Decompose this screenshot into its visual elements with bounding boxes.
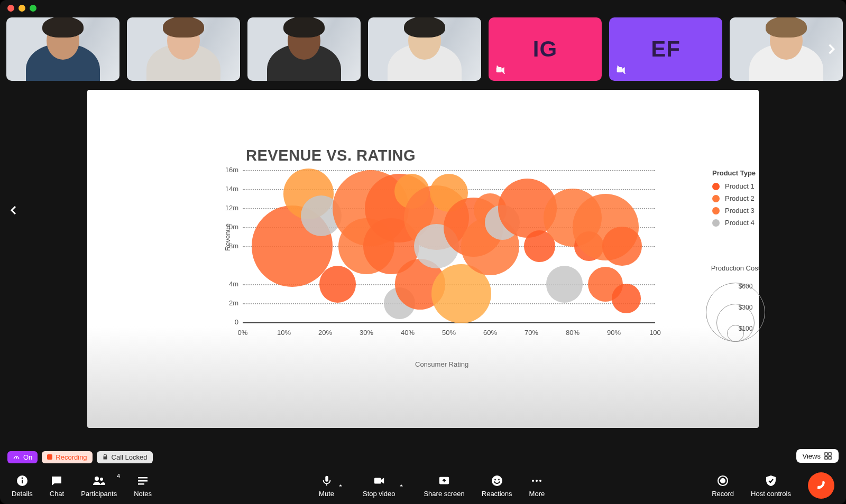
share-screen-button[interactable]: Share screen [424,474,464,498]
views-label: Views [803,452,821,460]
chart-bubble [602,227,642,266]
x-tick: 70% [519,329,544,337]
y-tick: 14m [207,185,238,193]
x-tick: 10% [272,329,296,337]
share-icon [437,474,451,488]
info-icon [15,474,29,488]
chart-legend: Product Type Product 1Product 2Product 3… [712,169,756,231]
participant-tile[interactable]: IG [489,17,602,81]
participants-button[interactable]: 4 Participants [81,474,117,498]
participant-strip: IG EF [0,16,846,82]
scroll-participants-right[interactable] [820,38,843,61]
svg-rect-5 [829,453,831,455]
notes-button[interactable]: Notes [134,474,152,498]
chart-bubble [319,266,356,302]
svg-point-11 [95,477,99,481]
participant-tile[interactable]: EF [609,17,722,81]
mute-button[interactable]: Mute [319,474,334,498]
chart-bubble [612,284,641,313]
svg-point-20 [494,479,496,480]
shared-content-area: REVENUE VS. RATING Revenue Consumer Rati… [0,82,846,447]
titlebar [0,0,846,16]
bubble-chart: 02m4m8m10m12m14m16m0%10%20%30%40%50%60%7… [243,170,676,339]
svg-point-23 [536,480,538,482]
x-tick: 30% [354,329,379,337]
toolbar-center: Mute Stop video Share screen [319,474,545,498]
legend-title: Product Type [712,169,756,177]
y-tick: 10m [207,223,238,231]
close-window-button[interactable] [7,5,14,12]
call-locked-pill[interactable]: Call Locked [97,451,153,463]
size-legend-label: $300 [714,304,777,311]
ai-status-label: On [23,453,32,461]
video-thumbnail [127,17,240,81]
svg-rect-13 [138,477,148,479]
svg-rect-6 [825,456,827,459]
status-bar: On Recording Call Locked Views [0,447,846,467]
svg-rect-16 [325,475,328,481]
x-tick: 90% [602,329,626,337]
x-tick: 20% [313,329,337,337]
mute-options-caret[interactable] [335,479,346,492]
minimize-window-button[interactable] [19,5,25,12]
video-icon [372,474,386,488]
participant-tile[interactable] [247,17,361,81]
svg-rect-14 [138,480,148,482]
svg-point-19 [492,475,502,486]
avatar-initials: EF [651,36,681,62]
toolbar-left: Details Chat 4 Participants Notes [12,474,152,498]
chart-title: REVENUE VS. RATING [246,147,416,164]
y-tick: 8m [207,242,238,250]
video-thumbnail [247,17,361,81]
chat-icon [50,474,63,488]
camera-off-icon [494,63,508,77]
scroll-participants-left[interactable] [2,199,25,222]
svg-point-26 [721,479,725,483]
reactions-button[interactable]: Reactions [482,474,512,498]
host-controls-button[interactable]: Host controls [751,474,791,498]
chart-xlabel: Consumer Rating [415,360,468,368]
mic-icon [320,474,334,488]
record-icon [47,454,52,460]
smile-icon [490,474,504,488]
chat-button[interactable]: Chat [50,474,64,498]
legend-item: Product 4 [712,219,756,227]
svg-rect-7 [829,456,831,459]
size-legend-title: Production Cost [704,264,767,272]
stop-video-button[interactable]: Stop video [363,474,395,498]
ai-status-pill[interactable]: On [7,451,38,463]
video-options-caret[interactable] [396,479,407,492]
participant-tile[interactable] [127,17,240,81]
x-tick: 40% [396,329,420,337]
x-tick: 0% [231,329,255,337]
video-thumbnail [6,17,119,81]
maximize-window-button[interactable] [30,5,36,12]
record-circle-icon [716,474,730,488]
svg-rect-4 [825,453,827,455]
end-call-button[interactable] [808,472,834,499]
chart-bubble [546,266,583,302]
svg-rect-17 [374,478,381,483]
participant-tile[interactable] [6,17,119,81]
participant-tile[interactable] [368,17,481,81]
record-button[interactable]: Record [712,474,734,498]
y-tick: 16m [207,166,238,174]
recording-label: Recording [56,453,87,461]
svg-point-21 [498,479,500,480]
svg-point-24 [539,480,541,482]
x-tick: 60% [478,329,502,337]
video-thumbnail [368,17,481,81]
x-tick: 50% [437,329,461,337]
views-button[interactable]: Views [796,449,839,463]
y-tick: 4m [207,280,238,288]
y-tick: 0 [207,318,238,326]
size-legend-label: $600 [714,283,777,290]
y-tick: 2m [207,299,238,307]
details-button[interactable]: Details [12,474,33,498]
app-window: IG EF [0,0,846,504]
y-tick: 12m [207,204,238,212]
size-legend-label: $100 [714,325,777,332]
size-legend: Production Cost $600$300$100 [704,264,767,342]
more-button[interactable]: More [529,474,545,498]
recording-status-pill[interactable]: Recording [42,451,92,463]
